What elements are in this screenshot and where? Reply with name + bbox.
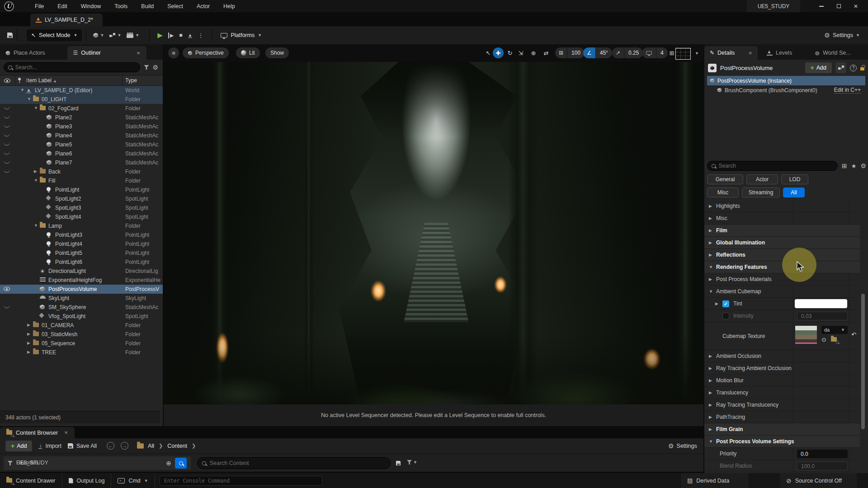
view-mode-dropdown[interactable]: Lit <box>236 47 260 58</box>
number-field[interactable]: 0.03 <box>797 312 848 320</box>
scale-snap-icon[interactable]: ↗ <box>612 47 624 58</box>
reset-to-default-icon[interactable]: ↶ <box>851 331 856 338</box>
collapse-arrow-icon[interactable]: ▶ <box>709 240 712 245</box>
content-browser-tab[interactable]: Content Browser ✕ <box>0 427 75 438</box>
tab-world-settings[interactable]: ⊚ World Se... <box>809 46 856 60</box>
details-row-film[interactable]: ▶Film <box>704 225 860 237</box>
eye-closed-icon[interactable] <box>4 106 10 109</box>
details-row-blend-radius[interactable]: Blend Radius100.0 <box>704 460 860 472</box>
world-space-button[interactable]: ⊕ <box>528 47 539 58</box>
component-row-brush[interactable]: BrushComponent (BrushComponent0) Edit in… <box>704 85 868 95</box>
surface-snap-button[interactable]: ⇄ <box>541 47 552 58</box>
content-search-input[interactable] <box>197 457 391 469</box>
close-icon[interactable]: ✕ <box>749 51 752 56</box>
component-row-instance[interactable]: PostProcessVolume (Instance) <box>707 76 865 85</box>
add-collection-icon[interactable]: ⊕ <box>166 460 171 467</box>
scale-snap-control[interactable]: ↗ 0.25 <box>612 47 643 58</box>
camera-speed-value[interactable]: 4 <box>656 47 668 58</box>
save-all-button[interactable]: Save All <box>68 443 97 449</box>
outliner-row-exponentialheightfog[interactable]: ExponentialHeightFogExponentialHe <box>0 276 163 285</box>
cubemap-thumbnail[interactable] <box>795 326 817 344</box>
stop-button[interactable]: ■ <box>179 32 182 38</box>
expand-arrow-icon[interactable]: ▼ <box>34 106 38 110</box>
select-mode-dropdown[interactable]: ↖ Select Mode ▼ <box>27 29 82 41</box>
checkbox-checked[interactable]: ✓ <box>722 300 729 307</box>
collapse-arrow-icon[interactable]: ▶ <box>709 204 712 208</box>
details-row-tint[interactable]: ▶✓Tint <box>704 298 860 310</box>
outliner-row-plane3[interactable]: Plane3StaticMeshAc <box>0 122 163 131</box>
angle-snap-icon[interactable]: ∠ <box>583 47 595 58</box>
content-filter-dropdown[interactable]: ▼ <box>407 460 417 465</box>
menu-item-build[interactable]: Build <box>136 1 159 11</box>
collapse-arrow-icon[interactable]: ▶ <box>709 427 712 432</box>
forward-button[interactable]: → <box>121 442 128 450</box>
eye-closed-icon[interactable] <box>4 124 10 127</box>
add-component-button[interactable]: + Add <box>805 62 832 73</box>
details-row-global-illumination[interactable]: ▶Global Illumination <box>704 237 860 249</box>
menu-item-file[interactable]: File <box>29 1 49 11</box>
menu-item-edit[interactable]: Edit <box>52 1 73 11</box>
filter-chip-all[interactable]: All <box>783 188 805 197</box>
collapse-arrow-icon[interactable]: ▶ <box>709 378 712 383</box>
details-row-priority[interactable]: Priority0.0 <box>704 448 860 460</box>
menu-item-tools[interactable]: Tools <box>109 1 133 11</box>
collapse-arrow-icon[interactable]: ▶ <box>34 169 37 174</box>
collapse-arrow-icon[interactable]: ▶ <box>27 350 30 354</box>
collapse-arrow-icon[interactable]: ▶ <box>27 323 30 327</box>
viewport-scene[interactable] <box>164 62 703 404</box>
eye-closed-icon[interactable] <box>4 169 10 173</box>
tab-levels[interactable]: Levels <box>761 46 797 60</box>
details-row-ambient-cubemap[interactable]: ▼Ambient Cubemap <box>704 286 860 298</box>
outliner-row-pointlight5[interactable]: PointLight5PointLight <box>0 249 163 258</box>
grid-snap-value[interactable]: 100 <box>567 47 585 58</box>
help-icon[interactable]: ? <box>850 65 857 71</box>
collapse-arrow-icon[interactable]: ▶ <box>715 301 718 306</box>
details-row-post-process-volume-settings[interactable]: ▼Post Process Volume Settings <box>704 436 860 448</box>
details-row-ambient-occlusion[interactable]: ▶Ambient Occlusion <box>704 350 860 362</box>
outliner-row-directionallight[interactable]: ☀DirectionalLightDirectionalLig <box>0 267 163 276</box>
texture-asset-dropdown[interactable]: da▼ <box>821 326 848 334</box>
window-minimize-button[interactable] <box>813 0 830 12</box>
browse-to-asset-icon[interactable] <box>831 336 837 343</box>
details-row-intensity[interactable]: Intensity0.03 <box>704 310 860 322</box>
show-dropdown[interactable]: Show <box>265 47 289 58</box>
derived-data-button[interactable]: ▤ Derived Data <box>681 473 749 488</box>
details-scrollbar[interactable] <box>861 294 865 429</box>
close-icon[interactable]: ✕ <box>137 51 140 56</box>
outliner-row-spotlight2[interactable]: SpotLight2SpotLight <box>0 194 163 203</box>
eye-open-icon[interactable] <box>4 287 10 291</box>
details-row-ray-tracing-translucency[interactable]: ▶Ray Tracing Translucency <box>704 399 860 411</box>
close-icon[interactable]: ✕ <box>64 430 68 435</box>
expand-arrow-icon[interactable]: ▼ <box>20 88 24 92</box>
tab-place-actors[interactable]: Place Actors <box>0 46 50 60</box>
outliner-settings-icon[interactable]: ⚙ <box>152 64 158 71</box>
outliner-row-pointlight4[interactable]: PointLight4PointLight <box>0 239 163 249</box>
collapse-arrow-icon[interactable]: ▶ <box>709 415 712 419</box>
console-command-input[interactable] <box>160 476 322 486</box>
camera-speed-control[interactable]: 4 <box>642 47 668 58</box>
collapse-arrow-icon[interactable]: ▶ <box>709 390 712 395</box>
grid-snap-control[interactable]: ⊞ 100 <box>555 47 585 58</box>
import-button[interactable]: ↓ Import <box>38 443 61 449</box>
step-forward-button[interactable]: ▶ <box>168 33 174 38</box>
menu-item-actor[interactable]: Actor <box>191 1 215 11</box>
save-search-icon[interactable] <box>396 460 401 468</box>
cinematics-button[interactable]: ▼ <box>127 33 139 38</box>
outliner-row-skylight[interactable]: SkyLightSkyLight <box>0 294 163 303</box>
outliner-row-pointlight6[interactable]: PointLight6PointLight <box>0 258 163 267</box>
collapse-arrow-icon[interactable]: ▶ <box>709 366 712 371</box>
output-log-button[interactable]: Output Log <box>62 473 112 488</box>
outliner-row-tree[interactable]: ▶TREEFolder <box>0 348 163 357</box>
add-actor-button[interactable]: ▼ <box>93 33 104 38</box>
back-button[interactable]: ← <box>107 442 114 450</box>
eye-closed-icon[interactable] <box>4 305 10 308</box>
outliner-row-pointlight[interactable]: PointLightPointLight <box>0 185 163 194</box>
outliner-row-spotlight4[interactable]: SpotLight4SpotLight <box>0 212 163 221</box>
eye-closed-icon[interactable] <box>4 115 10 118</box>
expand-arrow-icon[interactable]: ▼ <box>709 265 713 269</box>
number-field[interactable]: 0.0 <box>797 450 848 458</box>
eye-closed-icon[interactable] <box>4 142 10 145</box>
edit-blueprint-button[interactable] <box>835 62 846 73</box>
outliner-filter-icon[interactable] <box>144 65 149 70</box>
expand-arrow-icon[interactable]: ▼ <box>34 223 38 228</box>
